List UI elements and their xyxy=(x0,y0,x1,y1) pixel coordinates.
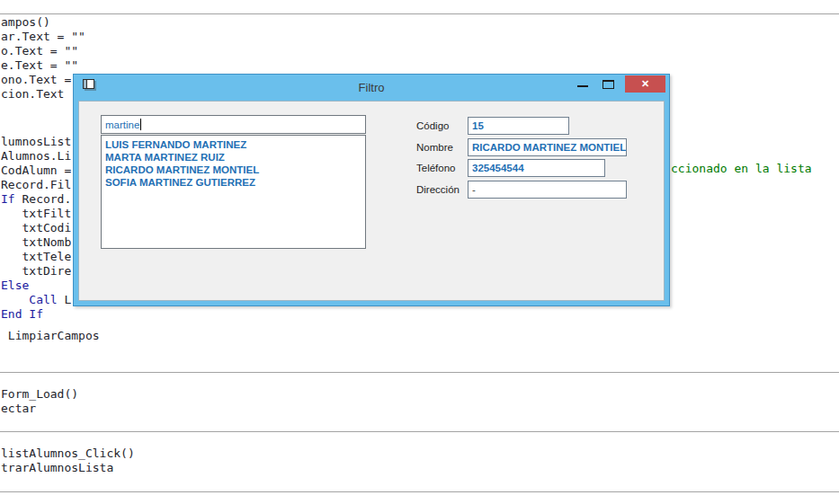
code-line: txtDire xyxy=(1,264,71,279)
code-block-list-click: listAlumnos_Click() trarAlumnosLista xyxy=(1,447,135,475)
dialog-title: Filtro xyxy=(74,75,669,101)
code-line: If Record. xyxy=(1,192,71,207)
code-line: txtNomb xyxy=(1,235,71,250)
code-block-filtrar: lumnosList Alumnos.Li CodAlumn = Record.… xyxy=(1,135,71,322)
dialog-titlebar[interactable]: Filtro ✕ xyxy=(74,75,669,101)
procedure-divider xyxy=(0,431,839,432)
codigo-field[interactable]: 15 xyxy=(468,117,569,135)
code-line: Call L xyxy=(1,293,71,307)
filtro-dialog: Filtro ✕ martine LUIS FERNANDO MARTINEZ … xyxy=(73,74,670,306)
minimize-button[interactable] xyxy=(577,85,588,87)
code-line: ampos() xyxy=(1,15,85,30)
list-item[interactable]: SOFIA MARTINEZ GUTIERREZ xyxy=(105,176,365,189)
text-caret xyxy=(140,119,141,130)
code-line: lumnosList xyxy=(1,135,71,149)
code-line: txtCodi xyxy=(1,221,71,235)
alumnos-listbox[interactable]: LUIS FERNANDO MARTINEZ MARTA MARTINEZ RU… xyxy=(101,135,366,249)
code-line: LimpiarCampos xyxy=(1,329,100,343)
code-line: Record.Fil xyxy=(1,178,71,192)
code-line: e.Text = "" xyxy=(1,58,85,73)
code-line: listAlumnos_Click() xyxy=(1,447,135,461)
code-line: trarAlumnosLista xyxy=(1,461,135,475)
maximize-button[interactable] xyxy=(602,80,614,89)
procedure-divider xyxy=(0,491,839,492)
list-item[interactable]: MARTA MARTINEZ RUIZ xyxy=(105,151,365,164)
code-line: ectar xyxy=(1,402,78,416)
code-line: Else xyxy=(1,279,71,293)
telefono-label: Teléfono xyxy=(416,162,455,174)
telefono-field[interactable]: 325454544 xyxy=(468,159,605,177)
procedure-divider xyxy=(0,372,839,373)
code-line: End If xyxy=(1,307,71,322)
direccion-label: Dirección xyxy=(416,183,460,196)
code-line: txtFilt xyxy=(1,207,71,221)
codigo-label: Código xyxy=(416,119,449,132)
procedure-divider xyxy=(0,13,839,14)
list-item[interactable]: RICARDO MARTINEZ MONTIEL xyxy=(105,164,365,176)
direccion-field[interactable]: - xyxy=(468,181,627,199)
search-text: martine xyxy=(105,119,139,130)
code-line: Alumnos.Li xyxy=(1,149,71,164)
code-line: CodAlumn = xyxy=(1,164,71,178)
nombre-field[interactable]: RICARDO MARTINEZ MONTIEL xyxy=(468,138,627,156)
close-button[interactable]: ✕ xyxy=(625,75,665,93)
list-item[interactable]: LUIS FERNANDO MARTINEZ xyxy=(105,138,365,151)
code-line: txtTele xyxy=(1,250,71,264)
filter-search-input[interactable]: martine xyxy=(101,115,366,134)
code-line: ar.Text = "" xyxy=(1,30,85,44)
code-line: Form_Load() xyxy=(1,387,78,402)
code-block-form-load: Form_Load() ectar xyxy=(1,387,78,416)
dialog-client-area: martine LUIS FERNANDO MARTINEZ MARTA MAR… xyxy=(78,101,665,301)
code-line: o.Text = "" xyxy=(1,44,85,58)
code-comment-fragment: ccionado en la lista xyxy=(671,162,812,176)
nombre-label: Nombre xyxy=(416,141,453,154)
